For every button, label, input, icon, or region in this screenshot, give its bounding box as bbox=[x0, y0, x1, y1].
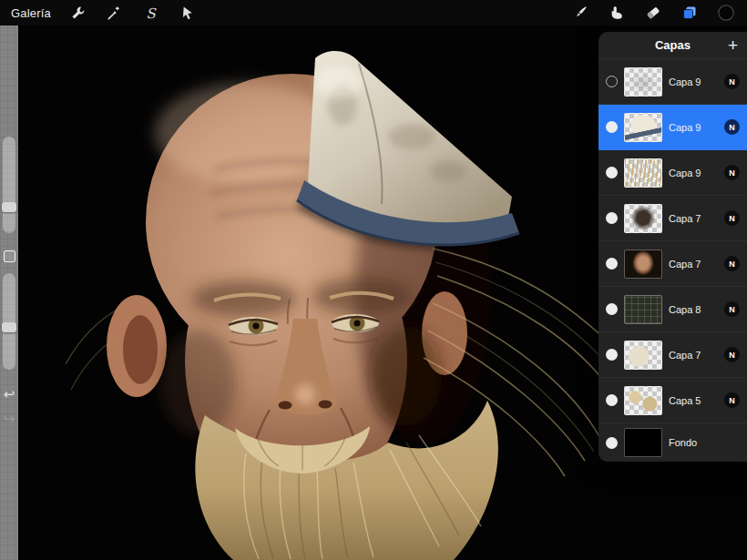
layer-row-capa-9[interactable]: Capa 9N bbox=[599, 59, 747, 105]
layer-name: Capa 7 bbox=[669, 350, 718, 361]
opacity-handle[interactable] bbox=[2, 322, 16, 332]
color-swatch[interactable] bbox=[716, 3, 736, 23]
layer-name: Capa 7 bbox=[669, 259, 718, 270]
brush-size-slider[interactable] bbox=[3, 137, 15, 233]
undo-icon[interactable]: ↩ bbox=[0, 387, 18, 401]
layer-list: Capa 9NCapa 9NCapa 9NCapa 7NCapa 7NCapa … bbox=[599, 59, 747, 462]
layer-name: Capa 9 bbox=[669, 168, 718, 178]
smudge-icon[interactable] bbox=[607, 3, 627, 23]
selection-icon[interactable]: S bbox=[140, 3, 160, 23]
svg-text:S: S bbox=[146, 5, 157, 21]
layer-row-capa-8[interactable]: Capa 8N bbox=[599, 287, 747, 332]
layer-row-capa-9[interactable]: Capa 9N bbox=[599, 150, 747, 196]
brush-size-handle[interactable] bbox=[2, 202, 16, 212]
eraser-icon[interactable] bbox=[643, 3, 663, 23]
blend-mode-badge[interactable]: N bbox=[724, 210, 740, 226]
blend-mode-badge[interactable]: N bbox=[724, 165, 740, 180]
wrench-icon[interactable] bbox=[67, 3, 87, 23]
add-layer-button[interactable]: + bbox=[728, 33, 738, 58]
blend-mode-badge[interactable]: N bbox=[724, 119, 740, 135]
blend-mode-badge[interactable]: N bbox=[724, 256, 740, 271]
toolbar-left-group: Galería S bbox=[0, 3, 197, 23]
layer-row-fondo[interactable]: Fondo bbox=[599, 423, 747, 462]
layer-select-circle[interactable] bbox=[606, 76, 618, 87]
layer-thumbnail[interactable] bbox=[624, 113, 662, 142]
blend-mode-badge[interactable]: N bbox=[724, 301, 740, 317]
layer-name: Capa 9 bbox=[669, 76, 718, 87]
layer-select-circle[interactable] bbox=[606, 394, 618, 406]
layers-panel-title: Capas bbox=[655, 38, 691, 52]
opacity-slider[interactable] bbox=[3, 273, 15, 370]
blend-mode-badge[interactable]: N bbox=[724, 392, 740, 408]
top-toolbar: Galería S bbox=[0, 0, 747, 25]
layer-row-capa-7[interactable]: Capa 7N bbox=[599, 332, 747, 378]
gallery-button[interactable]: Galería bbox=[11, 6, 51, 20]
redo-icon[interactable]: ↪ bbox=[0, 412, 18, 425]
layers-panel: Capas + Capa 9NCapa 9NCapa 9NCapa 7NCapa… bbox=[599, 32, 747, 462]
layer-thumbnail[interactable] bbox=[624, 158, 662, 188]
blend-mode-badge[interactable]: N bbox=[724, 347, 740, 362]
layer-select-circle[interactable] bbox=[606, 258, 618, 270]
layer-thumbnail[interactable] bbox=[624, 204, 662, 233]
transform-icon[interactable] bbox=[177, 3, 197, 23]
layer-select-circle[interactable] bbox=[606, 212, 618, 224]
layers-panel-header: Capas + bbox=[599, 32, 747, 59]
layer-name: Fondo bbox=[669, 437, 740, 448]
sidebar-controls: ↩ ↪ bbox=[0, 25, 18, 560]
layer-row-capa-5[interactable]: Capa 5N bbox=[599, 378, 747, 423]
layer-thumbnail[interactable] bbox=[624, 341, 662, 370]
layer-thumbnail[interactable] bbox=[624, 295, 662, 324]
brush-icon[interactable] bbox=[570, 3, 590, 23]
layer-select-circle[interactable] bbox=[606, 437, 618, 449]
layer-select-circle[interactable] bbox=[606, 121, 618, 133]
layer-thumbnail[interactable] bbox=[624, 386, 662, 415]
layer-name: Capa 7 bbox=[669, 213, 718, 224]
layer-thumbnail[interactable] bbox=[624, 249, 662, 279]
layer-row-capa-9[interactable]: Capa 9N bbox=[599, 105, 747, 150]
app-window: Galería S bbox=[0, 0, 747, 560]
layer-row-capa-7[interactable]: Capa 7N bbox=[599, 241, 747, 287]
toolbar-right-group bbox=[570, 3, 747, 23]
blend-mode-badge[interactable]: N bbox=[724, 74, 740, 89]
layer-name: Capa 8 bbox=[669, 304, 718, 315]
layer-thumbnail[interactable] bbox=[624, 67, 662, 97]
layer-name: Capa 5 bbox=[669, 395, 718, 406]
layer-thumbnail[interactable] bbox=[624, 428, 662, 457]
layer-select-circle[interactable] bbox=[606, 167, 618, 178]
layer-name: Capa 9 bbox=[669, 122, 718, 133]
layer-select-circle[interactable] bbox=[606, 349, 618, 361]
modify-button[interactable] bbox=[4, 250, 15, 262]
layers-icon[interactable] bbox=[680, 3, 700, 23]
adjustments-icon[interactable] bbox=[104, 3, 124, 23]
layer-select-circle[interactable] bbox=[606, 303, 618, 315]
layer-row-capa-7[interactable]: Capa 7N bbox=[599, 196, 747, 241]
